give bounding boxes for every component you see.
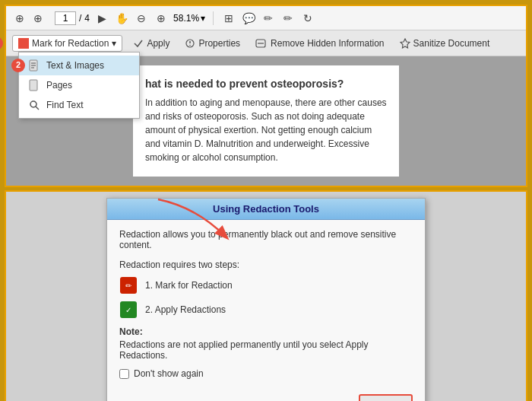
svg-rect-4 [30,80,37,91]
step-2-icon: ✓ [119,301,138,319]
pages-icon [28,79,40,91]
remove-hidden-button[interactable]: Remove Hidden Information [251,36,388,51]
separator [213,11,214,25]
pointer-icon[interactable]: ▶ [94,11,109,26]
hand-icon[interactable]: ✋ [114,11,129,26]
apply-button[interactable]: Apply [128,36,174,51]
note-text: Redactions are not applied permanently u… [119,339,413,361]
step-1-icon: ✏ [119,276,138,294]
bottom-panel: Using Redaction Tools Redaction allows y… [5,190,527,401]
pdf-page: hat is needed to prevent osteoporosis? I… [133,65,399,177]
page-separator: / [79,13,81,24]
pdf-paragraph: In addition to aging and menopause, ther… [145,96,387,164]
properties-button[interactable]: Properties [180,36,245,51]
note-label: Note: [119,326,413,337]
dropdown-text-images[interactable]: Text & Images [19,56,139,75]
nav-group: ⊕ ⊕ [12,11,46,26]
dialog-box: Using Redaction Tools Redaction allows y… [106,198,426,401]
dont-show-row: Don't show again [119,368,413,379]
apply-checkmark: ✓ [125,306,131,314]
dropdown-menu: 2 T [18,52,140,119]
mark-icon [18,38,29,49]
zoom-indicator: 58.1% ▾ [173,13,205,24]
note-section: Note: Redactions are not applied permane… [119,326,413,361]
highlight-icon[interactable]: ✏ [280,11,296,26]
remove-hidden-label: Remove Hidden Information [271,38,384,49]
text-images-icon [28,59,40,72]
dialog-steps-label: Redaction requires two steps: [119,259,413,270]
sanitize-button[interactable]: Sanitize Document [395,36,495,51]
badge-2: 2 [11,59,25,72]
step-1-item: ✏ 1. Mark for Redaction [119,276,413,294]
dialog-description: Redaction allows you to permanently blac… [119,229,413,250]
edit-icon[interactable]: ✏ [261,11,276,26]
top-panel: ⊕ ⊕ / 4 ▶ ✋ ⊖ ⊕ 58.1% ▾ ⊞ 💬 ✏ ✏ ↻ [5,5,527,187]
step-2-label: 2. Apply Redactions [145,304,226,315]
pages-label: Pages [46,80,72,91]
dropdown-find-text[interactable]: Find Text [19,95,139,115]
nav-toolbar: ⊕ ⊕ / 4 ▶ ✋ ⊖ ⊕ 58.1% ▾ ⊞ 💬 ✏ ✏ ↻ [6,6,526,30]
dialog-body: Redaction allows you to permanently blac… [107,220,425,388]
dropdown-item-wrapper: 2 T [19,56,139,75]
rotate-icon[interactable]: ↻ [300,11,315,26]
dialog-footer: OK 3 [107,388,425,401]
properties-icon [185,38,195,49]
page-input[interactable] [55,11,76,25]
comment-icon[interactable]: 💬 [241,11,256,26]
step-2-item: ✓ 2. Apply Redactions [119,301,413,319]
svg-point-5 [30,101,36,107]
dialog-header: Using Redaction Tools [107,199,425,220]
ok-button[interactable]: OK [359,394,413,401]
forward-icon[interactable]: ⊕ [30,11,46,26]
dont-show-label: Don't show again [134,368,204,379]
crop-icon[interactable]: ⊞ [221,11,236,26]
mark-step-icon: ✏ [120,277,137,294]
dropdown-pages[interactable]: Pages [19,75,139,95]
svg-point-9 [190,44,192,46]
back-icon[interactable]: ⊕ [12,11,27,26]
mark-checkmark: ✏ [125,282,131,290]
step-1-label: 1. Mark for Redaction [145,280,233,291]
dropdown-arrow: ▾ [112,38,116,49]
apply-label: Apply [147,38,169,49]
zoom-out-icon[interactable]: ⊖ [134,11,149,26]
dialog-title: Using Redaction Tools [213,203,319,215]
sanitize-label: Sanitize Document [413,38,490,49]
sanitize-icon [400,38,410,49]
find-text-label: Find Text [46,100,83,110]
pdf-heading: hat is needed to prevent osteoporosis? [145,78,387,90]
apply-step-icon: ✓ [120,301,137,318]
mark-redaction-container: Mark for Redaction ▾ 2 [12,35,122,52]
page-indicator: / 4 [55,11,90,25]
svg-line-6 [36,107,39,110]
zoom-value: 58.1% [173,13,199,24]
dont-show-checkbox[interactable] [119,369,129,379]
mark-for-redaction-button[interactable]: Mark for Redaction ▾ [12,35,122,52]
zoom-in-icon[interactable]: ⊕ [154,11,169,26]
text-images-label: Text & Images [46,60,104,71]
mark-button-label: Mark for Redaction [32,38,109,49]
badge-1: 1 [0,37,3,50]
page-total: 4 [84,13,90,24]
redaction-toolbar: 1 Mark for Redaction ▾ 2 [6,30,526,56]
zoom-dropdown-icon[interactable]: ▾ [201,13,205,24]
find-text-icon [28,99,40,111]
properties-label: Properties [198,38,240,49]
remove-hidden-icon [255,38,268,49]
apply-icon [133,38,144,49]
app-wrapper: ⊕ ⊕ / 4 ▶ ✋ ⊖ ⊕ 58.1% ▾ ⊞ 💬 ✏ ✏ ↻ [0,0,532,401]
